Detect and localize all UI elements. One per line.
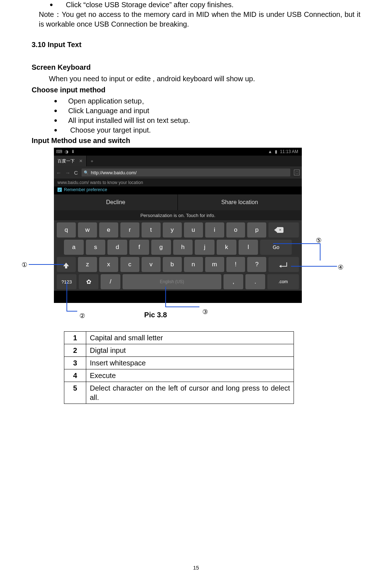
reload-icon[interactable]: C: [74, 170, 78, 176]
key-q[interactable]: q: [57, 222, 76, 238]
legend-table: 1Capital and small letter 2Digtal input …: [64, 331, 294, 404]
remember-preference-label: Remember preference: [64, 187, 107, 192]
legend-num: 5: [64, 382, 86, 404]
key-k[interactable]: k: [217, 240, 236, 255]
annotation-4: ④: [338, 263, 343, 271]
key-y[interactable]: y: [163, 222, 182, 238]
legend-num: 4: [64, 369, 86, 382]
legend-text: Capital and small letter: [86, 332, 294, 344]
dl-icon: ⬇: [71, 149, 75, 154]
key-n[interactable]: n: [184, 257, 203, 272]
key-g[interactable]: g: [151, 240, 171, 255]
table-row: 2Digtal input: [64, 344, 294, 357]
key-c[interactable]: c: [120, 257, 139, 272]
bullet-lang-input-text: Click Language and input: [68, 107, 149, 115]
shift-icon: [63, 263, 69, 266]
tablet-screenshot: ⌨ ◑ ⬇ ▲ ▮ 11:13 AM 百度一下 ✕ + ← → C 🔍 http…: [54, 148, 302, 303]
key-j[interactable]: j: [195, 240, 215, 255]
close-tab-icon[interactable]: ✕: [79, 158, 83, 163]
key-a[interactable]: a: [64, 240, 84, 255]
choose-input-heading: Choose input method: [32, 86, 360, 94]
key-question[interactable]: ?: [247, 257, 266, 272]
key-f[interactable]: f: [129, 240, 149, 255]
key-b[interactable]: b: [163, 257, 182, 272]
key-enter[interactable]: [268, 257, 299, 272]
key-h[interactable]: h: [173, 240, 193, 255]
legend-num: 1: [64, 332, 86, 344]
kb-row-2: a s d f g h j k l Go: [55, 240, 300, 255]
enter-icon: [281, 262, 287, 267]
screen-keyboard-heading: Screen Keyboard: [32, 63, 360, 72]
annotation-1: ①: [22, 261, 27, 269]
callout-line-1: [29, 264, 64, 265]
key-p[interactable]: p: [247, 222, 266, 238]
key-comma[interactable]: ,: [223, 274, 243, 289]
page-number: 15: [0, 565, 392, 571]
wifi-icon: ▲: [268, 149, 272, 154]
legend-text: Digtal input: [86, 344, 294, 357]
bullet-choose-target-text: Choose your target input.: [68, 126, 151, 134]
table-row: 1Capital and small letter: [64, 332, 294, 344]
callout-line-4: [291, 266, 337, 267]
key-exclaim[interactable]: !: [226, 257, 245, 272]
table-row: 5Delect character on the left of cursor …: [64, 382, 294, 404]
key-space[interactable]: English (US): [123, 274, 221, 289]
forward-icon[interactable]: →: [65, 170, 70, 176]
pic-label: Pic 3.8: [134, 311, 177, 319]
status-bar: ⌨ ◑ ⬇ ▲ ▮ 11:13 AM: [54, 148, 302, 156]
geolocation-prompt: www.baidu.com/ wants to know your locati…: [54, 179, 302, 186]
key-m[interactable]: m: [205, 257, 224, 272]
key-l[interactable]: l: [239, 240, 258, 255]
note-block: Note：You get no access to the memory car…: [39, 10, 360, 29]
callout-line-2h: [66, 311, 77, 312]
key-s[interactable]: s: [86, 240, 106, 255]
on-screen-keyboard: q w e r t y u i o p a s d f g h j k: [54, 220, 302, 291]
legend-text: Execute: [86, 369, 294, 382]
annotation-5: ⑤: [316, 236, 322, 244]
site-icon: 🔍: [84, 170, 89, 175]
page: Click “close USB Storage device” after c…: [0, 0, 392, 585]
browser-tab[interactable]: 百度一下 ✕: [54, 156, 87, 166]
battery-icon: ▮: [275, 149, 277, 154]
screen-keyboard-para: When you need to input or edite , androi…: [49, 74, 360, 84]
key-z[interactable]: z: [78, 257, 97, 272]
callout-line-3v: [165, 287, 166, 307]
key-e[interactable]: e: [99, 222, 118, 238]
table-row: 3Insert whitespace: [64, 357, 294, 369]
decline-button[interactable]: Decline: [54, 194, 178, 210]
key-period[interactable]: .: [245, 274, 265, 289]
key-slash[interactable]: /: [101, 274, 120, 289]
bookmark-button[interactable]: ☐: [294, 170, 300, 175]
bullet-all-input-text: All input installed will list on text se…: [68, 116, 190, 124]
checkbox-icon[interactable]: ✓: [57, 188, 62, 192]
key-v[interactable]: v: [142, 257, 161, 272]
new-tab-button[interactable]: +: [87, 156, 97, 166]
key-t[interactable]: t: [142, 222, 161, 238]
key-settings[interactable]: ✿: [79, 274, 98, 289]
bullet-close-usb: Click “close USB Storage device” after c…: [35, 0, 360, 10]
personalization-hint[interactable]: Personalization is on. Touch for info.: [54, 210, 302, 220]
key-x[interactable]: x: [99, 257, 118, 272]
callout-line-5: [273, 243, 320, 244]
back-icon[interactable]: ←: [56, 170, 61, 176]
key-d[interactable]: d: [107, 240, 127, 255]
url-input[interactable]: 🔍 http://www.baidu.com/: [82, 169, 290, 176]
key-r[interactable]: r: [120, 222, 139, 238]
status-time: 11:13 AM: [280, 149, 298, 154]
key-o[interactable]: o: [226, 222, 245, 238]
key-dotcom[interactable]: .com: [267, 274, 299, 289]
remember-preference-row[interactable]: ✓ Remember preference: [54, 186, 302, 194]
key-w[interactable]: w: [78, 222, 97, 238]
legend-text: Delect character on the left of cursor a…: [86, 382, 294, 404]
table-row: 4Execute: [64, 369, 294, 382]
status-left-icons: ⌨ ◑ ⬇: [56, 149, 76, 154]
key-backspace[interactable]: [268, 222, 299, 238]
status-right-icons: ▲ ▮ 11:13 AM: [268, 149, 300, 154]
key-go[interactable]: Go: [260, 240, 292, 255]
browser-tab-bar: 百度一下 ✕ +: [54, 156, 302, 166]
switch-heading: Input Method use and switch: [32, 137, 360, 145]
key-i[interactable]: i: [205, 222, 224, 238]
share-location-button[interactable]: Share location: [178, 194, 302, 210]
section-title-3-10: 3.10 Input Text: [32, 41, 360, 49]
key-u[interactable]: u: [184, 222, 203, 238]
